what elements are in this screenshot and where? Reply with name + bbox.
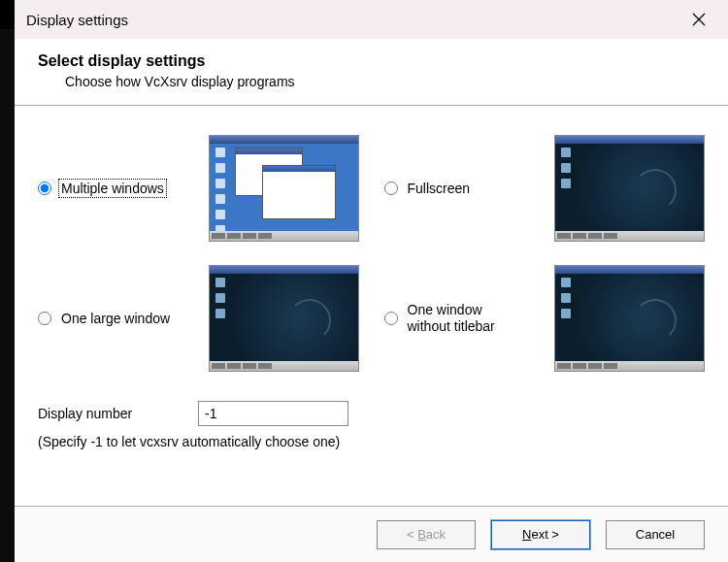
radio-one-window-no-titlebar-label: One window without titlebar — [406, 301, 497, 336]
display-number-hint: (Specify -1 to let vcxsrv automatically … — [38, 434, 705, 449]
radio-one-window-no-titlebar-input[interactable] — [384, 312, 398, 325]
option-multiple-windows: Multiple windows — [38, 135, 359, 242]
option-one-large-window: One large window — [38, 265, 359, 372]
radio-one-window-no-titlebar[interactable]: One window without titlebar — [384, 301, 555, 336]
wizard-window: Display settings Select display settings… — [15, 0, 728, 562]
radio-one-large-window-input[interactable] — [38, 312, 51, 325]
window-title: Display settings — [26, 12, 128, 28]
radio-fullscreen-label: Fullscreen — [406, 180, 473, 197]
radio-fullscreen[interactable]: Fullscreen — [384, 180, 555, 197]
display-number-input[interactable] — [198, 401, 348, 426]
close-icon — [692, 13, 706, 26]
preview-one-window-no-titlebar — [554, 265, 705, 372]
radio-multiple-windows-input[interactable] — [38, 182, 51, 195]
page-title: Select display settings — [38, 52, 705, 70]
page-subtitle: Choose how VcXsrv display programs — [65, 74, 705, 89]
next-button[interactable]: Next > — [491, 520, 590, 549]
close-button[interactable] — [679, 0, 718, 39]
wizard-button-bar: < Back Next > Cancel — [15, 506, 728, 562]
titlebar: Display settings — [15, 0, 728, 39]
radio-multiple-windows-label: Multiple windows — [59, 180, 166, 197]
radio-multiple-windows[interactable]: Multiple windows — [38, 180, 209, 197]
display-mode-options: Multiple windows Fullscreen — [38, 135, 705, 372]
display-number-label: Display number — [38, 406, 198, 421]
wizard-content: Multiple windows Fullscreen — [15, 106, 728, 506]
option-fullscreen: Fullscreen — [384, 135, 706, 242]
left-side-band — [0, 29, 15, 562]
cancel-button[interactable]: Cancel — [606, 520, 705, 549]
radio-one-large-window-label: One large window — [59, 310, 172, 327]
option-one-window-no-titlebar: One window without titlebar — [384, 265, 706, 372]
display-number-row: Display number — [38, 401, 705, 426]
preview-multiple-windows — [209, 135, 359, 242]
back-button[interactable]: < Back — [377, 520, 476, 549]
preview-fullscreen — [554, 135, 705, 242]
wizard-header: Select display settings Choose how VcXsr… — [15, 39, 728, 106]
preview-one-large-window — [209, 265, 359, 372]
radio-one-large-window[interactable]: One large window — [38, 310, 209, 327]
radio-fullscreen-input[interactable] — [384, 182, 398, 195]
